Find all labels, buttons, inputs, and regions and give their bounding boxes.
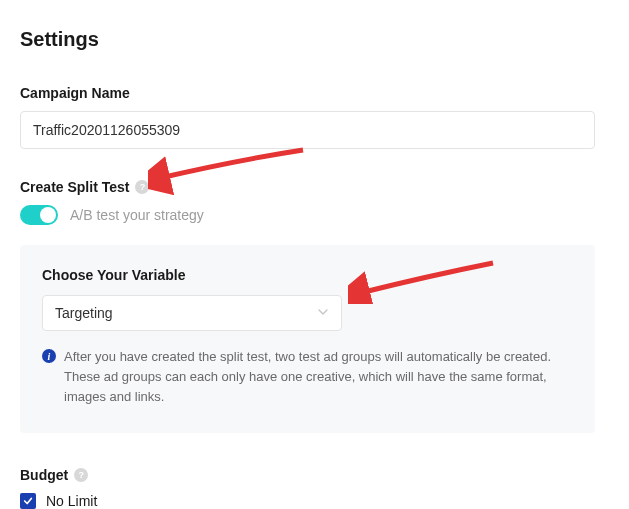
variable-label: Choose Your Variable	[42, 267, 573, 283]
no-limit-checkbox[interactable]	[20, 493, 36, 509]
chevron-down-icon	[317, 306, 329, 321]
budget-section: Budget ? No Limit	[20, 467, 609, 509]
campaign-name-input[interactable]	[20, 111, 595, 149]
campaign-name-label: Campaign Name	[20, 85, 609, 101]
no-limit-label: No Limit	[46, 493, 97, 509]
split-test-toggle[interactable]	[20, 205, 58, 225]
variable-panel: Choose Your Variable Targeting i After y…	[20, 245, 595, 433]
budget-label: Budget ?	[20, 467, 609, 483]
split-test-caption: A/B test your strategy	[70, 207, 204, 223]
budget-label-text: Budget	[20, 467, 68, 483]
variable-info-text: After you have created the split test, t…	[64, 347, 573, 407]
info-icon: i	[42, 349, 56, 363]
help-icon[interactable]: ?	[135, 180, 149, 194]
campaign-name-section: Campaign Name	[20, 85, 609, 149]
variable-selected-value: Targeting	[55, 305, 113, 321]
page-title: Settings	[20, 28, 609, 51]
variable-select[interactable]: Targeting	[42, 295, 342, 331]
split-test-section: Create Split Test ? A/B test your strate…	[20, 179, 609, 433]
split-test-label-text: Create Split Test	[20, 179, 129, 195]
split-test-label: Create Split Test ?	[20, 179, 609, 195]
help-icon[interactable]: ?	[74, 468, 88, 482]
